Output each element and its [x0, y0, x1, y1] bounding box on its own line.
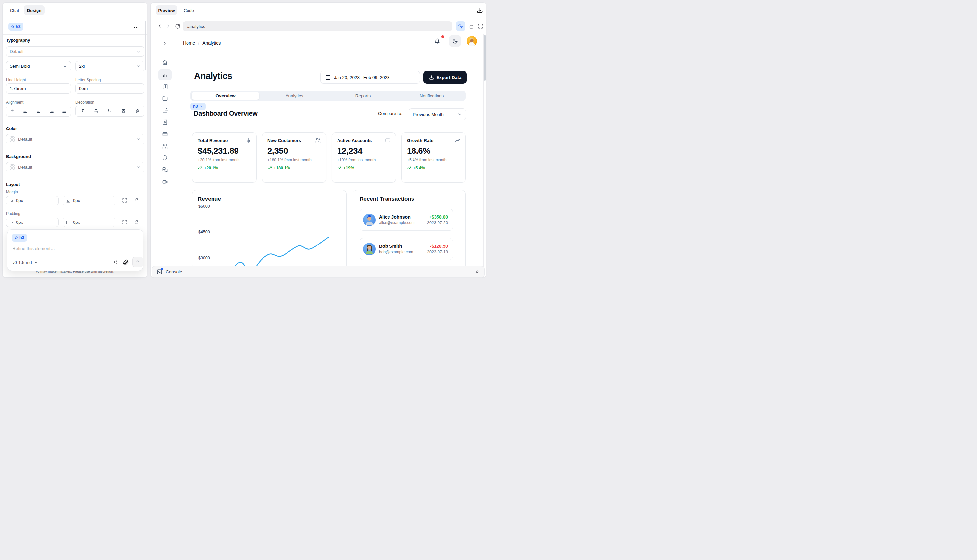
align-right-icon[interactable] [49, 109, 54, 114]
background-select[interactable]: Default [6, 162, 144, 172]
expand-margin-icon[interactable] [122, 198, 127, 203]
selected-element-badge[interactable]: h3 [8, 23, 23, 30]
underline-icon[interactable] [107, 109, 112, 114]
tab-code[interactable]: Code [181, 5, 196, 15]
fullscreen-icon[interactable] [478, 23, 483, 29]
tab-overview[interactable]: Overview [192, 92, 259, 100]
sidebar-item-cards[interactable] [158, 129, 172, 140]
sidebar-item-customers[interactable] [158, 141, 172, 152]
submit-button[interactable] [132, 257, 144, 267]
console-bar[interactable]: Console [152, 266, 485, 278]
sidebar-item-billing[interactable] [158, 117, 172, 128]
chevron-down-icon [136, 49, 141, 54]
padding-x-input[interactable]: 0px [6, 218, 59, 227]
amount-positive: +$350.00 [427, 214, 448, 220]
expand-padding-icon[interactable] [122, 220, 127, 225]
credit-card-icon [385, 138, 390, 143]
tab-reports[interactable]: Reports [329, 92, 397, 100]
left-panel-scrollbar[interactable] [145, 21, 146, 70]
preview-scrollbar[interactable] [484, 35, 485, 80]
sidebar-toggle-icon[interactable] [162, 41, 167, 46]
back-icon[interactable] [157, 23, 162, 29]
breadcrumb-separator: / [198, 40, 199, 46]
console-label: Console [166, 270, 182, 274]
url-bar[interactable]: /analytics [182, 22, 452, 31]
line-height-input[interactable]: 1.75rem [6, 83, 71, 94]
font-weight-select[interactable]: Semi Bold [6, 61, 71, 71]
tab-chat[interactable]: Chat [7, 5, 22, 15]
refine-input[interactable]: Refine this element… [12, 246, 55, 251]
select-element-button[interactable] [456, 22, 465, 31]
user-avatar[interactable] [467, 36, 477, 46]
color-select[interactable]: Default [6, 134, 144, 144]
align-justify-icon[interactable] [62, 109, 67, 114]
refine-element-badge[interactable]: h3 [12, 234, 27, 242]
sidebar-item-news[interactable] [158, 81, 172, 92]
sidebar-item-messages[interactable] [158, 164, 172, 175]
compare-label: Compare to: [378, 111, 402, 116]
padding-vertical-icon [66, 220, 71, 225]
overline-icon[interactable] [121, 109, 126, 114]
letter-spacing-label: Letter Spacing [75, 78, 100, 82]
transaction-row[interactable]: Bob Smith bob@example.com -$120.50 2023-… [360, 238, 453, 260]
newspaper-icon [162, 84, 168, 89]
align-left-icon[interactable] [23, 109, 28, 114]
download-icon[interactable] [477, 7, 483, 13]
bell-icon[interactable] [434, 38, 440, 44]
sidebar-item-analytics[interactable] [158, 69, 172, 80]
model-selector[interactable]: v0-1.5-md [12, 260, 38, 265]
chevrons-up-icon[interactable] [475, 270, 480, 274]
strikethrough-icon[interactable] [94, 109, 99, 114]
dark-mode-toggle[interactable] [449, 35, 461, 47]
console-badge-dot [161, 268, 163, 270]
sidebar-item-files[interactable] [158, 93, 172, 104]
tab-design[interactable]: Design [24, 5, 45, 15]
sidebar-item-wallet[interactable] [158, 105, 172, 116]
paperclip-icon[interactable] [123, 259, 129, 265]
users-icon [316, 138, 321, 143]
pointer-click-icon [458, 24, 463, 29]
download-icon [429, 75, 434, 80]
sparkles-icon[interactable] [112, 260, 118, 265]
tab-preview[interactable]: Preview [156, 5, 177, 15]
padding-y-input[interactable]: 0px [63, 218, 115, 227]
align-center-icon[interactable] [36, 109, 41, 114]
lock-margin-icon[interactable] [134, 198, 139, 203]
export-data-button[interactable]: Export Data [423, 71, 467, 84]
ellipsis-menu-icon[interactable] [134, 25, 139, 30]
sidebar-item-video[interactable] [158, 177, 172, 187]
margin-y-input[interactable]: 0px [63, 196, 115, 205]
lock-padding-icon[interactable] [134, 220, 139, 225]
margin-x-input[interactable]: 0px [6, 196, 59, 205]
selection-tag[interactable]: h3 [191, 103, 206, 110]
margin-vertical-icon [66, 198, 71, 203]
background-section-label: Background [6, 154, 31, 159]
avatar [363, 243, 376, 255]
breadcrumb-home[interactable]: Home [183, 40, 195, 46]
stat-card-active-accounts: Active Accounts 12,234 +19% from last mo… [331, 132, 396, 183]
trend-up-icon [337, 166, 342, 170]
moon-icon [452, 38, 458, 44]
copy-icon[interactable] [468, 23, 474, 29]
refresh-icon[interactable] [175, 24, 180, 29]
font-family-select[interactable]: Default [6, 46, 144, 57]
notification-dot [442, 35, 444, 38]
sidebar-item-security[interactable] [158, 152, 172, 163]
design-inspector-panel: Chat Design h3 Typography Default Semi B… [2, 2, 147, 278]
home-icon [162, 60, 168, 65]
no-decoration-icon[interactable] [135, 109, 140, 114]
date-range-picker[interactable]: Jan 20, 2023 - Feb 09, 2023 [320, 71, 420, 84]
font-size-select[interactable]: 2xl [75, 61, 144, 71]
undo-icon[interactable] [10, 109, 15, 114]
forward-icon[interactable] [166, 23, 171, 29]
letter-spacing-input[interactable]: 0em [75, 83, 144, 94]
italic-icon[interactable] [80, 109, 85, 114]
sidebar-item-home[interactable] [158, 57, 172, 68]
dashboard-heading: Dashboard Overview [194, 110, 258, 117]
tab-notifications[interactable]: Notifications [398, 92, 465, 100]
tab-analytics[interactable]: Analytics [261, 92, 328, 100]
chevron-down-icon [136, 137, 141, 142]
transaction-row[interactable]: Alice Johnson alice@example.com +$350.00… [360, 209, 453, 231]
compare-select[interactable]: Previous Month [408, 108, 466, 120]
breadcrumb: Home / Analytics [183, 40, 221, 46]
